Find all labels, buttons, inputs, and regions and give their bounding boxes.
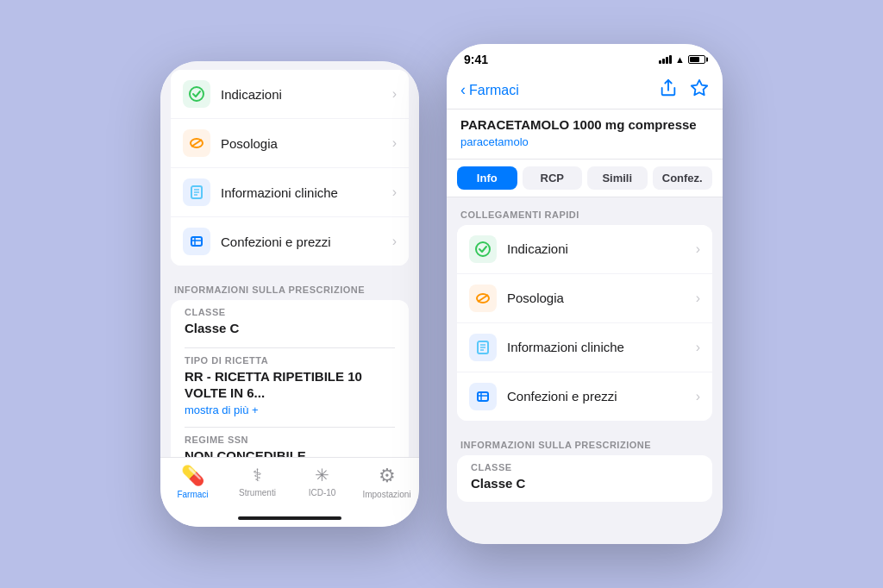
- phones-container: Indicazioni › Posologia ›: [160, 44, 723, 544]
- infocliniche-icon: [183, 178, 210, 206]
- quick-links-label: COLLEGAMENTI RAPIDI: [447, 197, 723, 225]
- list-item[interactable]: Confezioni e prezzi ›: [171, 217, 409, 266]
- list-item-infocliniche[interactable]: Informazioni cliniche ›: [457, 323, 712, 372]
- confezioni-label: Confezioni e prezzi: [507, 389, 696, 403]
- indicazioni-icon: [469, 235, 497, 263]
- chevron-right-icon: ›: [392, 234, 397, 249]
- farmaci-icon: 💊: [181, 465, 204, 487]
- posologia-icon: [469, 285, 497, 312]
- signal-icon: [659, 55, 672, 64]
- regime-label: REGIME SSN: [185, 435, 395, 445]
- tab-confez[interactable]: Confez.: [653, 166, 713, 190]
- chevron-right-icon: ›: [392, 86, 397, 102]
- svg-point-0: [190, 87, 204, 101]
- svg-marker-11: [692, 80, 707, 95]
- chevron-right-icon: ›: [696, 241, 700, 257]
- tab-strumenti[interactable]: ⚕ Strumenti: [225, 465, 290, 499]
- left-screen: Indicazioni › Posologia ›: [160, 61, 419, 527]
- icd10-label: ICD-10: [309, 488, 336, 497]
- tipo-block: TIPO DI RICETTA RR - RICETTA RIPETIBILE …: [171, 348, 409, 427]
- tab-info[interactable]: Info: [457, 166, 517, 190]
- chevron-right-icon: ›: [696, 291, 700, 306]
- posologia-label: Posologia: [507, 291, 696, 305]
- list-item[interactable]: Informazioni cliniche ›: [171, 168, 409, 217]
- tab-icd10[interactable]: ✳ ICD-10: [290, 465, 354, 499]
- signal-bar-1: [659, 60, 661, 64]
- icd10-icon: ✳: [315, 465, 329, 485]
- farmaci-label: Farmaci: [177, 490, 208, 499]
- back-chevron-icon: ‹: [460, 81, 466, 99]
- right-content: COLLEGAMENTI RAPIDI Indicazioni ›: [447, 197, 723, 545]
- chevron-right-icon: ›: [392, 185, 397, 200]
- list-item-posologia[interactable]: Posologia ›: [457, 274, 712, 323]
- home-indicator: [160, 513, 419, 527]
- drug-name: PARACETAMOLO 1000 mg compresse: [460, 116, 709, 134]
- list-item[interactable]: Indicazioni ›: [171, 70, 409, 119]
- confezioni-label: Confezioni e prezzi: [221, 235, 392, 249]
- status-bar: 9:41 ▲: [447, 44, 723, 72]
- right-phone: 9:41 ▲ ‹ Far: [447, 44, 723, 544]
- tipo-label: TIPO DI RICETTA: [185, 355, 395, 366]
- classe-label: CLASSE: [185, 307, 395, 317]
- tipo-value: RR - RICETTA RIPETIBILE 10 VOLTE IN 6...: [185, 368, 395, 402]
- regime-value: NON CONCEDIBILE: [185, 447, 395, 458]
- star-icon[interactable]: [690, 78, 709, 102]
- right-quick-links: Indicazioni › Posologia ›: [457, 225, 712, 421]
- infocliniche-icon: [469, 334, 497, 361]
- classe-value: Classe C: [471, 475, 698, 492]
- confezioni-icon: [183, 228, 210, 255]
- signal-bar-2: [662, 59, 665, 64]
- impostazioni-icon: ⚙: [379, 465, 396, 487]
- chevron-right-icon: ›: [696, 340, 700, 355]
- battery-fill: [690, 57, 699, 62]
- strumenti-label: Strumenti: [239, 488, 276, 497]
- chevron-right-icon: ›: [696, 389, 700, 404]
- posologia-icon: [183, 129, 210, 157]
- list-item-indicazioni[interactable]: Indicazioni ›: [457, 225, 712, 274]
- infocliniche-label: Informazioni cliniche: [507, 340, 696, 354]
- svg-line-2: [191, 140, 202, 147]
- nav-bar: ‹ Farmaci: [447, 72, 723, 109]
- classe-value: Classe C: [185, 320, 395, 337]
- right-screen: 9:41 ▲ ‹ Far: [447, 44, 723, 544]
- classe-label: CLASSE: [471, 462, 698, 472]
- home-bar: [238, 516, 341, 520]
- svg-point-12: [476, 242, 490, 256]
- drug-generic: paracetamolo: [460, 135, 709, 148]
- infocliniche-label: Informazioni cliniche: [221, 185, 392, 200]
- regime-block: REGIME SSN NON CONCEDIBILE: [171, 428, 409, 458]
- svg-line-14: [478, 295, 488, 302]
- list-item-confezioni[interactable]: Confezioni e prezzi ›: [457, 372, 712, 421]
- share-icon[interactable]: [659, 78, 678, 102]
- indicazioni-icon: [183, 80, 210, 108]
- svg-rect-7: [191, 237, 202, 246]
- signal-bar-4: [669, 55, 672, 64]
- tabs-container: Info RCP Simili Confez.: [447, 160, 723, 197]
- impostazioni-label: Impostazioni: [362, 490, 410, 499]
- prescription-section-label: INFORMAZIONI SULLA PRESCRIZIONE: [447, 428, 723, 455]
- back-label: Farmaci: [469, 83, 519, 98]
- tab-bar: 💊 Farmaci ⚕ Strumenti ✳ ICD-10 ⚙ Imposta…: [160, 457, 419, 513]
- list-item[interactable]: Posologia ›: [171, 119, 409, 168]
- posologia-label: Posologia: [221, 136, 392, 151]
- tab-farmaci[interactable]: 💊 Farmaci: [160, 465, 225, 499]
- classe-block: CLASSE Classe C: [457, 455, 712, 503]
- indicazioni-label: Indicazioni: [221, 87, 392, 102]
- signal-bar-3: [666, 57, 668, 64]
- back-button[interactable]: ‹ Farmaci: [460, 81, 519, 99]
- strumenti-icon: ⚕: [253, 465, 262, 485]
- tipo-link[interactable]: mostra di più +: [185, 403, 395, 416]
- tab-impostazioni[interactable]: ⚙ Impostazioni: [354, 465, 419, 499]
- tab-rcp[interactable]: RCP: [523, 166, 583, 190]
- nav-actions: [659, 78, 709, 102]
- chevron-right-icon: ›: [392, 135, 397, 151]
- status-icons: ▲: [659, 54, 705, 65]
- drug-header: PARACETAMOLO 1000 mg compresse paracetam…: [447, 109, 723, 160]
- confezioni-icon: [469, 383, 497, 410]
- left-phone: Indicazioni › Posologia ›: [160, 61, 419, 527]
- tab-simili[interactable]: Simili: [587, 166, 648, 190]
- prescription-section-label: INFORMAZIONI SULLA PRESCRIZIONE: [160, 272, 419, 300]
- status-time: 9:41: [464, 53, 488, 66]
- prescription-preview: CLASSE Classe C: [457, 455, 712, 503]
- left-quick-links: Indicazioni › Posologia ›: [171, 70, 409, 266]
